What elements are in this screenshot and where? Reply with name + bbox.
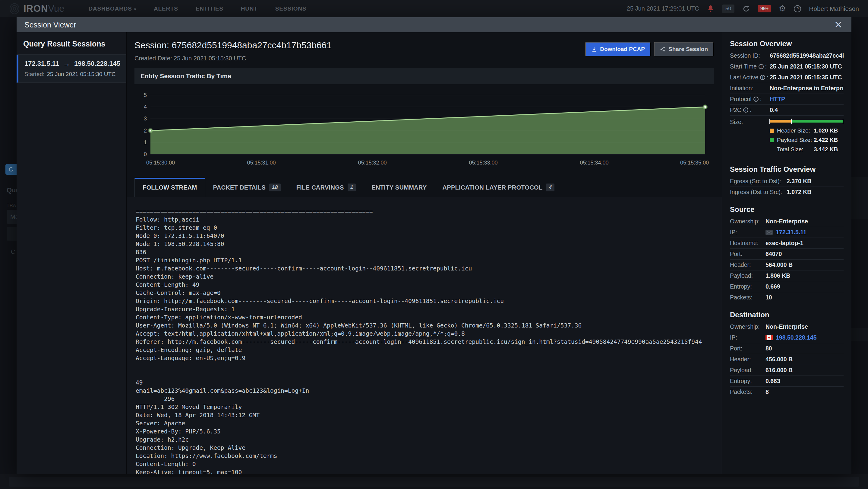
row-label: Port: — [730, 345, 766, 352]
nav-item-sessions[interactable]: SESSIONS — [275, 5, 307, 12]
svg-text:05:15:31.00: 05:15:31.00 — [247, 160, 276, 166]
screen: IRON Vue DASHBOARDS▾ALERTSENTITIESHUNTSE… — [0, 0, 868, 489]
overview-row-protocol: Protocoli:HTTP — [730, 94, 844, 105]
background-right-edge — [851, 17, 868, 474]
session-label: Session: — [134, 40, 169, 50]
row-label: Entropy: — [730, 283, 766, 290]
row-value-link[interactable]: 172.31.5.11 — [766, 229, 806, 236]
tab-application-layer-protocol[interactable]: APPLICATION LAYER PROTOCOL4 — [435, 178, 563, 197]
info-icon[interactable]: i — [743, 108, 748, 113]
size-bar-tick — [791, 119, 792, 124]
info-icon[interactable]: i — [753, 96, 758, 102]
row-value-link[interactable]: HTTP — [770, 96, 785, 103]
tab-packet-details[interactable]: PACKET DETAILS18 — [205, 178, 288, 197]
session-list: 172.31.5.11 → 198.50.228.145 Started:25 … — [17, 54, 126, 83]
tab-count-badge: 18 — [269, 183, 281, 191]
session-route: 172.31.5.11 → 198.50.228.145 — [24, 59, 122, 68]
source-ip: 172.31.5.11 — [24, 60, 59, 67]
row-value: 10 — [766, 294, 772, 301]
row-label: Ownership: — [730, 323, 766, 330]
session-id: 675682d5519948aba27cc4b17b53b661 — [172, 40, 332, 50]
overview-row-size: Size:Header Size:1.020 KBPayload Size:2.… — [730, 116, 844, 157]
nav-item-alerts[interactable]: ALERTS — [154, 5, 178, 12]
settings-button[interactable]: ⚙ — [779, 4, 786, 13]
detail-tabs: FOLLOW STREAMPACKET DETAILS18FILE CARVIN… — [134, 178, 714, 197]
legend-label: Total Size: — [777, 146, 814, 153]
info-icon[interactable]: i — [760, 75, 765, 80]
row-label: P2Ci: — [730, 107, 770, 114]
canada-flag-icon — [766, 335, 776, 340]
brand-logo[interactable]: IRON Vue — [9, 3, 64, 15]
svg-text:5: 5 — [144, 92, 147, 98]
session-list-item[interactable]: 172.31.5.11 → 198.50.228.145 Started:25 … — [17, 55, 126, 83]
refresh-button[interactable] — [742, 5, 750, 13]
row-value: 25 Jun 2021 05:15:35 UTC — [770, 74, 842, 81]
background-traffic-label: TRA — [7, 203, 16, 208]
nav-item-entities[interactable]: ENTITIES — [196, 5, 223, 12]
svg-text:0: 0 — [144, 151, 147, 157]
background-text: C — [11, 249, 15, 255]
destination-row-port: Port:80 — [730, 343, 844, 354]
destination-row-packets: Packets:8 — [730, 387, 844, 397]
background-left-panel: Que TRA Ma C — [0, 17, 17, 474]
row-value: 25 Jun 2021 05:15:30 UTC — [770, 63, 842, 70]
traffic-rows: Egress (Src to Dst):2.370 KBIngress (Dst… — [730, 176, 844, 197]
destination-row-entropy: Entropy:0.663 — [730, 376, 844, 387]
row-value: 0.663 — [766, 378, 780, 384]
source-rows: Ownership:Non-EnterpriseIP:172.31.5.11Ho… — [730, 216, 844, 303]
destination-row-payload: Payload:616.000 B — [730, 365, 844, 376]
query-results-title: Query Result Sessions — [17, 32, 126, 54]
size-legend-row: Payload Size:2.422 KB — [770, 137, 843, 143]
overview-row-start-time: Start Timei:25 Jun 2021 05:15:30 UTC — [730, 61, 844, 72]
background-run-query-button — [5, 164, 17, 175]
source-heading: Source — [730, 205, 844, 214]
info-icon[interactable]: i — [758, 64, 764, 69]
help-icon: ? — [794, 5, 801, 12]
tab-entity-summary[interactable]: ENTITY SUMMARY — [364, 178, 434, 197]
size-bar — [770, 120, 843, 122]
background-field — [7, 227, 17, 240]
row-label: Size: — [730, 119, 770, 125]
share-session-button[interactable]: Share Session — [654, 42, 714, 56]
destination-rows: Ownership:Non-EnterpriseIP:198.50.228.14… — [730, 321, 844, 397]
row-label: Ownership: — [730, 218, 766, 225]
row-value: exec-laptop-1 — [766, 240, 804, 247]
row-value: 8 — [766, 389, 769, 396]
top-navigation-bar: IRON Vue DASHBOARDS▾ALERTSENTITIESHUNTSE… — [0, 0, 868, 17]
svg-text:05:15:35.00: 05:15:35.00 — [680, 160, 709, 166]
stream-content: ========================================… — [136, 207, 713, 474]
close-icon[interactable]: ✕ — [833, 20, 844, 30]
size-legend-row: Total Size:3.442 KB — [770, 146, 843, 153]
row-label: Initiation: — [730, 85, 770, 92]
traffic-row-egress-src-to-dst-: Egress (Src to Dst):2.370 KB — [730, 176, 844, 187]
download-pcap-button[interactable]: Download PCAP — [585, 42, 651, 56]
row-label: Protocoli: — [730, 96, 770, 103]
tab-follow-stream[interactable]: FOLLOW STREAM — [134, 178, 205, 197]
row-label: Payload: — [730, 367, 766, 374]
row-label: Start Timei: — [730, 63, 770, 70]
background-footer-bar — [9, 477, 859, 487]
tab-file-carvings[interactable]: FILE CARVINGS1 — [288, 178, 364, 197]
follow-stream-panel: ========================================… — [127, 197, 722, 474]
help-button[interactable]: ? — [794, 5, 801, 12]
row-label: Port: — [730, 251, 766, 257]
nav-item-hunt[interactable]: HUNT — [241, 5, 258, 12]
query-result-sessions-panel: Query Result Sessions 172.31.5.11 → 198.… — [17, 32, 127, 474]
row-value: 0.669 — [766, 283, 780, 290]
modal-body: Query Result Sessions 172.31.5.11 → 198.… — [17, 32, 851, 474]
destination-row-ownership: Ownership:Non-Enterprise — [730, 321, 844, 332]
topbar-right: 25 Jun 2021 17:29:01 UTC 50 99+ ⚙ ? — [627, 4, 859, 13]
overview-rows: Session ID:675682d5519948aba27cc4b17b53b… — [730, 50, 844, 157]
nav-item-dashboards[interactable]: DASHBOARDS▾ — [89, 5, 136, 12]
row-value: Non-Enterprise to Enterprise — [770, 85, 844, 92]
legend-swatch — [770, 128, 774, 133]
row-value-link[interactable]: 198.50.228.145 — [766, 334, 817, 341]
overview-row-p2c: P2Ci:0.4 — [730, 105, 844, 116]
user-menu[interactable]: Robert Mathieson — [809, 5, 859, 12]
notifications-count-badge: 99+ — [758, 5, 771, 12]
traffic-row-ingress-dst-to-src-: Ingress (Dst to Src):1.072 KB — [730, 187, 844, 197]
session-actions: Download PCAP Share Session — [585, 40, 714, 56]
alerts-bell-button[interactable] — [707, 5, 714, 13]
traffic-heading: Session Traffic Overview — [730, 165, 844, 174]
source-row-header: Header:564.000 B — [730, 260, 844, 270]
